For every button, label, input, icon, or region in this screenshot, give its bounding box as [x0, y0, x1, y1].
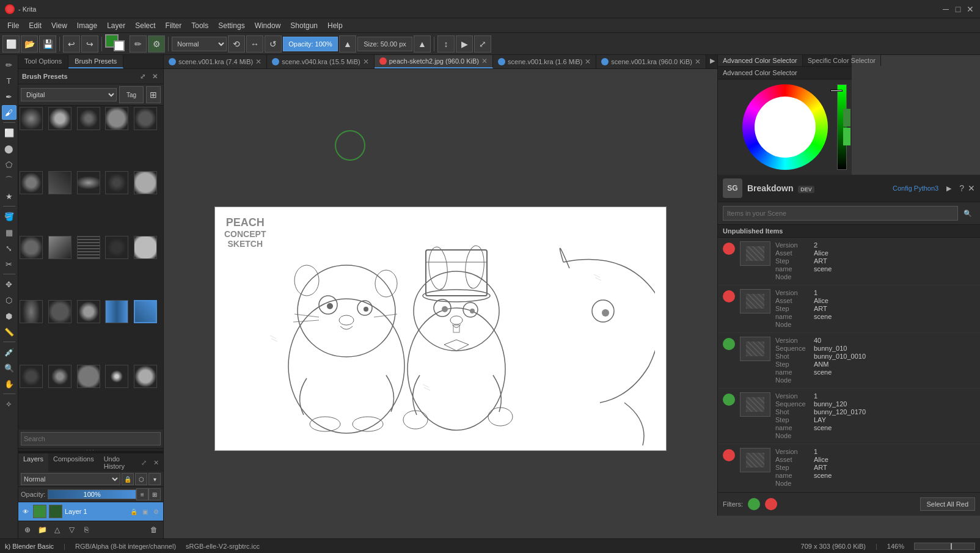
layer-alpha-icon[interactable]: ▣ [140, 507, 150, 516]
doc-tab-close-1[interactable]: ✕ [363, 57, 369, 66]
menu-select[interactable]: Select [130, 20, 160, 31]
bp-close-button[interactable]: ✕ [150, 71, 159, 81]
menu-window[interactable]: Window [250, 20, 286, 31]
tool-star[interactable]: ★ [2, 189, 16, 203]
brush-preset-item[interactable] [20, 365, 43, 388]
tool-measure[interactable]: 📏 [2, 324, 16, 339]
tool-calligraphy[interactable]: ✒ [2, 89, 16, 104]
layer-properties-icon[interactable]: ⚙ [151, 507, 161, 516]
brush-preset-item[interactable] [48, 107, 71, 130]
green-swatch[interactable] [843, 109, 850, 126]
color-wheel[interactable] [742, 84, 828, 170]
tool-brush[interactable]: 🖌 [2, 105, 16, 120]
menu-file[interactable]: File [2, 20, 24, 31]
background-color[interactable] [114, 40, 125, 51]
breakdown-config-button[interactable]: Config Python3 [893, 185, 938, 192]
bp-category-select[interactable]: Digital [21, 88, 117, 101]
new-document-button[interactable]: ⬜ [2, 35, 20, 53]
brush-preset-item[interactable] [48, 300, 71, 323]
brush-preset-item[interactable] [20, 171, 43, 194]
layer-visibility-icon[interactable]: 👁 [21, 507, 31, 516]
tab-undo-history[interactable]: Undo History [99, 453, 139, 472]
tool-options-button[interactable]: ⚙ [148, 35, 165, 53]
zoom-slider[interactable] [914, 543, 975, 550]
menu-layer[interactable]: Layer [102, 20, 130, 31]
mirror-vertical-button[interactable]: ↕ [437, 35, 455, 53]
tab-layers[interactable]: Layers [18, 453, 48, 472]
tool-freehand[interactable]: ✏ [2, 57, 16, 72]
play-button[interactable]: ▶ [456, 35, 473, 53]
doc-tab-1[interactable]: scene.v040.kra (15.5 MiB) ✕ [267, 55, 374, 68]
bp-expand-button[interactable]: ⤢ [137, 71, 147, 81]
layer-filter[interactable]: ▾ [148, 473, 161, 485]
menu-settings[interactable]: Settings [213, 20, 249, 31]
tool-contiguous-select[interactable]: ⬢ [2, 309, 16, 323]
tool-text[interactable]: T [2, 73, 16, 88]
brush-preset-item[interactable] [48, 365, 71, 388]
layer-panel-close[interactable]: ✕ [151, 458, 161, 467]
menu-tools[interactable]: Tools [186, 20, 213, 31]
layer-blend-mode[interactable]: Normal [21, 473, 120, 485]
tab-advanced-color[interactable]: Advanced Color Selector [718, 55, 803, 66]
doc-tab-close-0[interactable]: ✕ [255, 57, 261, 66]
tool-select-rect[interactable]: ⬡ [2, 293, 16, 307]
layer-up-button[interactable]: △ [50, 523, 64, 537]
add-layer-button[interactable]: ⊕ [21, 523, 34, 537]
layer-opacity-list[interactable]: ≡ [136, 488, 148, 500]
tab-compositions[interactable]: Compositions [48, 453, 99, 472]
tabs-overflow-button[interactable]: ▶ [706, 55, 717, 68]
layer-row[interactable]: 👁 Layer 1 🔒 ▣ ⚙ [18, 502, 163, 521]
brush-preset-item[interactable] [134, 107, 157, 130]
filter-green-dot[interactable] [748, 498, 760, 510]
blend-mode-select[interactable]: Normal Multiply Screen Overlay [172, 37, 227, 51]
brush-preset-item[interactable] [77, 236, 100, 259]
menu-image[interactable]: Image [72, 20, 102, 31]
artwork-canvas[interactable]: PEACH CONCEPT SKETCH [214, 207, 667, 451]
doc-tab-3[interactable]: scene.v001.kra (1.6 MiB) ✕ [493, 55, 596, 68]
select-all-red-button[interactable]: Select All Red [920, 497, 975, 511]
menu-edit[interactable]: Edit [24, 20, 46, 31]
redo-button[interactable]: ↪ [81, 35, 98, 53]
mirror-horizontal-button[interactable]: ↔ [246, 35, 263, 53]
breakdown-item-3[interactable]: Version 1 Sequence bunny_120 Shot bunny_… [718, 389, 980, 444]
delete-layer-button[interactable]: 🗑 [147, 523, 161, 537]
brush-preset-item[interactable] [20, 107, 43, 130]
brush-preset-item-active[interactable] [134, 300, 157, 323]
breakdown-item-0[interactable]: Version 2 Asset Alice Step ART name [718, 238, 980, 285]
breakdown-search-input[interactable] [723, 206, 958, 221]
tool-rect[interactable]: ⬜ [2, 125, 16, 140]
breakdown-item-1[interactable]: Version 1 Asset Alice Step ART name [718, 285, 980, 333]
duplicate-layer-button[interactable]: ⎘ [79, 523, 93, 537]
maximize-button[interactable]: □ [953, 4, 963, 14]
bp-grid-button[interactable]: ⊞ [146, 86, 161, 103]
menu-shotgun[interactable]: Shotgun [285, 20, 323, 31]
doc-tab-2[interactable]: peach-sketch2.jpg (960.0 KiB) ✕ [375, 55, 493, 68]
titlebar-controls[interactable]: ─ □ ✕ [941, 4, 975, 14]
bp-tag-button[interactable]: Tag [119, 86, 144, 103]
layer-panel-expand[interactable]: ⤢ [139, 458, 148, 467]
doc-tab-4[interactable]: scene.v001.kra (960.0 KiB) ✕ [596, 55, 706, 68]
color-wheel-area[interactable] [718, 79, 852, 175]
layer-lock-alpha[interactable]: 🔒 [122, 473, 134, 485]
size-display[interactable]: Size: 50.00 px [357, 37, 412, 51]
tool-eyedropper[interactable]: 💉 [2, 345, 16, 359]
breakdown-help-button[interactable]: ? [959, 183, 964, 193]
add-group-button[interactable]: 📁 [35, 523, 49, 537]
brush-preset-item[interactable] [77, 300, 100, 323]
brush-preset-item[interactable] [48, 236, 71, 259]
wrap-around-button[interactable]: ⟲ [228, 35, 245, 53]
layer-name[interactable]: Layer 1 [65, 508, 87, 515]
brush-preset-item[interactable] [77, 171, 100, 194]
brush-preset-item[interactable] [48, 171, 71, 194]
opacity-slider[interactable]: 100% [48, 489, 136, 499]
opacity-display[interactable]: Opacity: 100% [283, 37, 338, 51]
menu-filter[interactable]: Filter [161, 20, 187, 31]
doc-tab-0[interactable]: scene.v001.kra (7.4 MiB) ✕ [164, 55, 267, 68]
brush-preset-item[interactable] [134, 171, 157, 194]
brush-preset-item[interactable] [134, 365, 157, 388]
tool-polygon[interactable]: ⬠ [2, 157, 16, 172]
brush-settings-button[interactable]: ✏ [130, 35, 147, 53]
layer-paint-through[interactable]: ⬡ [135, 473, 147, 485]
breakdown-item-2[interactable]: Version 40 Sequence bunny_010 Shot bunny… [718, 333, 980, 389]
menu-help[interactable]: Help [323, 20, 348, 31]
